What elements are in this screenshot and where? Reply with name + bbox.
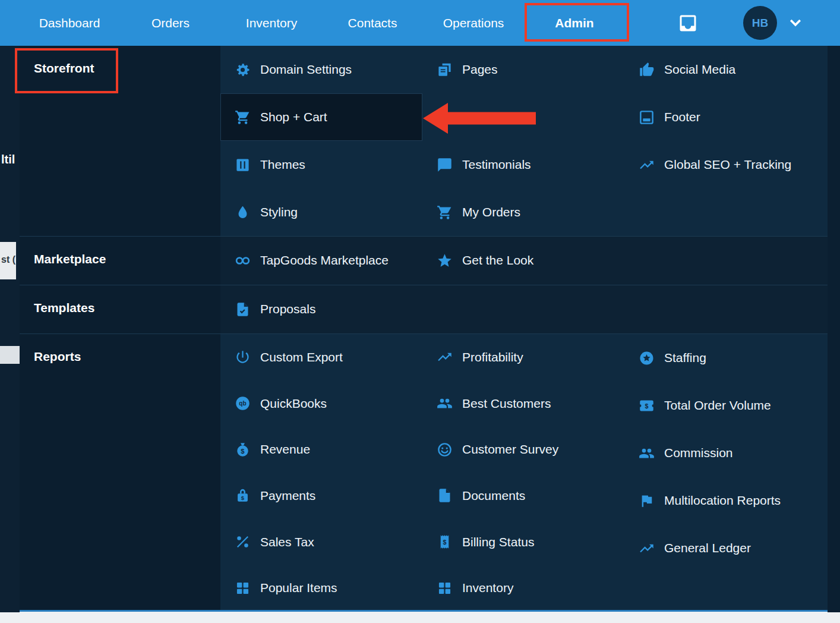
trending-up-icon: [437, 349, 453, 365]
flag-icon: [639, 493, 655, 509]
menu-item-global-seo-tracking[interactable]: Global SEO + Tracking: [624, 141, 826, 188]
background-text-fragment: st (: [0, 242, 16, 279]
pages-icon: [437, 62, 453, 78]
menu-section-content: Custom ExportqbQuickBooks$Revenue$Paymen…: [220, 334, 828, 611]
smiley-icon: [437, 442, 453, 458]
menu-item-documents[interactable]: Documents: [422, 473, 624, 519]
menu-category-reports[interactable]: Reports: [20, 334, 220, 611]
menu-item-staffing[interactable]: Staffing: [624, 334, 826, 382]
avatar[interactable]: HB: [743, 6, 777, 40]
payments-lock-icon: $: [235, 487, 251, 504]
trending-up-icon: [639, 540, 655, 556]
menu-item-label: Proposals: [260, 302, 315, 316]
svg-text:$: $: [241, 447, 245, 454]
menu-item-shop-cart[interactable]: Shop + Cart: [220, 93, 422, 141]
proposals-file-icon: [235, 301, 251, 317]
menu-item-popular-items[interactable]: Popular Items: [220, 565, 422, 611]
people-icon: [639, 445, 655, 461]
menu-item-label: Footer: [664, 110, 700, 124]
menu-item-label: Custom Export: [260, 350, 343, 364]
menu-item-general-ledger[interactable]: General Ledger: [624, 524, 826, 572]
my-orders-cart-icon: [437, 204, 453, 221]
menu-item-label: Best Customers: [462, 397, 551, 411]
menu-item-my-orders[interactable]: My Orders: [422, 188, 624, 236]
nav-item-contacts[interactable]: Contacts: [322, 16, 423, 30]
menu-category-marketplace[interactable]: Marketplace: [20, 237, 220, 285]
menu-column: Custom ExportqbQuickBooks$Revenue$Paymen…: [220, 334, 422, 611]
menu-item-themes[interactable]: Themes: [220, 141, 422, 188]
nav-item-orders[interactable]: Orders: [120, 16, 221, 30]
menu-item-billing-status[interactable]: $Billing Status: [422, 519, 624, 565]
menu-item-label: Revenue: [260, 442, 310, 457]
menu-item-custom-export[interactable]: Custom Export: [220, 334, 422, 380]
menu-item-label: Multilocation Reports: [664, 493, 781, 508]
menu-column: Social MediaFooterGlobal SEO + Tracking: [624, 46, 826, 236]
menu-item-footer[interactable]: Footer: [624, 93, 826, 141]
menu-item-label: My Orders: [462, 205, 520, 219]
ticket-dollar-icon: $: [639, 398, 655, 414]
menu-item-revenue[interactable]: $Revenue: [220, 426, 422, 473]
menu-item-get-the-look[interactable]: Get the Look: [422, 237, 624, 284]
menu-item-label: Staffing: [664, 351, 706, 365]
menu-section-storefront: StorefrontDomain SettingsShop + CartThem…: [20, 46, 828, 236]
menu-item-quickbooks[interactable]: qbQuickBooks: [220, 380, 422, 427]
menu-item-label: Customer Survey: [462, 442, 558, 457]
menu-item-payments[interactable]: $Payments: [220, 473, 422, 519]
menu-item-styling[interactable]: Styling: [220, 188, 422, 236]
background-text-fragment: ltil: [1, 153, 15, 166]
menu-item-testimonials[interactable]: Testimonials: [422, 141, 624, 188]
menu-column: [422, 285, 624, 333]
menu-item-pages[interactable]: Pages: [422, 46, 624, 93]
people-icon: [437, 395, 453, 411]
menu-column: ProfitabilityBest CustomersCustomer Surv…: [422, 334, 624, 611]
menu-item-customer-survey[interactable]: Customer Survey: [422, 426, 624, 473]
footer-icon: [639, 109, 655, 125]
menu-item-label: Styling: [260, 205, 298, 219]
menu-item-sales-tax[interactable]: Sales Tax: [220, 519, 422, 565]
billing-receipt-icon: $: [437, 534, 453, 550]
custom-export-icon: [235, 349, 251, 365]
hamburger-menu-icon: [437, 109, 453, 125]
nav-item-inventory[interactable]: Inventory: [221, 16, 322, 30]
nav-item-operations[interactable]: Operations: [423, 16, 524, 30]
menu-item-menu[interactable]: Menu: [422, 93, 624, 141]
admin-mega-menu: StorefrontDomain SettingsShop + CartThem…: [20, 46, 828, 612]
menu-column: Domain SettingsShop + CartThemesStyling: [220, 46, 422, 236]
menu-item-label: General Ledger: [664, 541, 751, 555]
menu-column: Staffing$Total Order VolumeCommissionMul…: [624, 334, 826, 611]
menu-item-tapgoods-marketplace[interactable]: TapGoods Marketplace: [220, 237, 422, 284]
menu-item-proposals[interactable]: Proposals: [220, 285, 422, 333]
percent-icon: [235, 534, 251, 550]
revenue-dollar-icon: $: [235, 442, 251, 458]
menu-item-social-media[interactable]: Social Media: [624, 46, 826, 93]
menu-column: PagesMenuTestimonialsMy Orders: [422, 46, 624, 236]
thumbs-up-icon: [639, 62, 655, 78]
svg-text:$: $: [645, 402, 649, 409]
menu-item-label: Domain Settings: [260, 62, 352, 77]
menu-item-domain-settings[interactable]: Domain Settings: [220, 46, 422, 93]
menu-item-multilocation-reports[interactable]: Multilocation Reports: [624, 477, 826, 524]
menu-category-templates[interactable]: Templates: [20, 285, 220, 333]
background-page-right: [828, 46, 840, 612]
menu-item-profitability[interactable]: Profitability: [422, 334, 624, 380]
menu-item-label: Social Media: [664, 62, 735, 77]
menu-section-content: TapGoods MarketplaceGet the Look: [220, 237, 828, 285]
menu-item-inventory[interactable]: Inventory: [422, 565, 624, 611]
menu-item-commission[interactable]: Commission: [624, 429, 826, 477]
testimonials-icon: [437, 157, 453, 173]
staffing-badge-icon: [639, 350, 655, 366]
gear-icon: [235, 62, 251, 78]
menu-section-reports: ReportsCustom ExportqbQuickBooks$Revenue…: [20, 333, 828, 611]
nav-item-dashboard[interactable]: Dashboard: [19, 16, 120, 30]
menu-item-total-order-volume[interactable]: $Total Order Volume: [624, 382, 826, 429]
menu-item-label: Billing Status: [462, 535, 534, 549]
nav-item-admin[interactable]: Admin: [524, 16, 625, 30]
inbox-button[interactable]: [675, 12, 700, 34]
menu-column: [624, 237, 826, 285]
account-menu-button[interactable]: [785, 13, 806, 33]
menu-item-best-customers[interactable]: Best Customers: [422, 380, 624, 427]
menu-category-storefront[interactable]: Storefront: [20, 46, 220, 236]
menu-item-label: Inventory: [462, 581, 513, 595]
grid-icon: [437, 580, 453, 596]
menu-item-label: TapGoods Marketplace: [260, 253, 389, 268]
